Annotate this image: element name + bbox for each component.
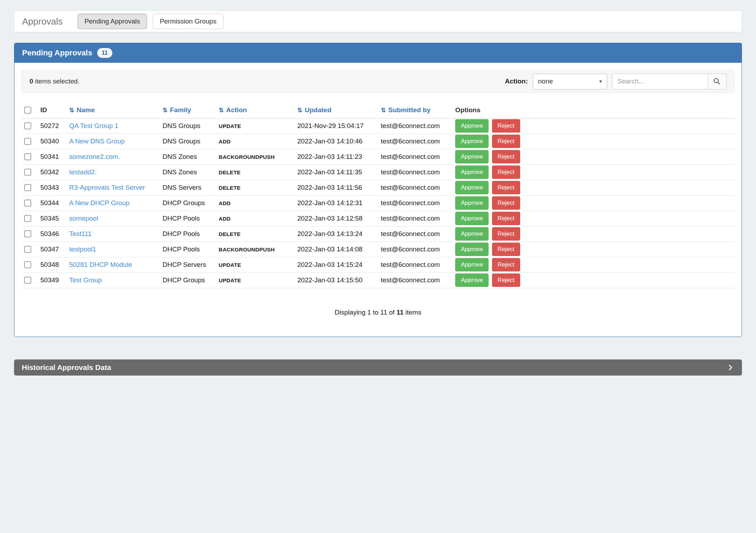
reject-button[interactable]: Reject <box>492 274 520 287</box>
column-label: Family <box>170 106 191 114</box>
approve-button[interactable]: Approve <box>455 243 489 256</box>
row-action-cell: ADD <box>216 134 294 149</box>
row-options-cell: Approve Reject <box>452 134 735 149</box>
approve-button[interactable]: Approve <box>455 135 489 148</box>
tab-pending-approvals[interactable]: Pending Approvals <box>78 14 147 29</box>
action-select[interactable]: none ▾ <box>533 74 607 89</box>
reject-button[interactable]: Reject <box>492 150 520 163</box>
row-checkbox[interactable] <box>24 122 31 129</box>
action-select-value: none <box>538 77 553 85</box>
approvals-table: ID ⇅Name ⇅Family ⇅Action ⇅Updated ⇅Submi… <box>21 102 735 288</box>
row-family: DNS Zones <box>160 149 216 164</box>
row-checkbox[interactable] <box>24 138 31 145</box>
row-submitted-by: test@6connect.com <box>378 164 452 180</box>
row-name-link[interactable]: testpool1 <box>69 245 96 253</box>
row-options-cell: Approve Reject <box>452 118 735 134</box>
approve-button[interactable]: Approve <box>455 227 489 241</box>
row-name-link[interactable]: R3-Approvals Test Server <box>69 184 145 191</box>
row-name-cell: somepool <box>66 211 160 226</box>
row-action-cell: ADD <box>216 211 294 226</box>
row-action-cell: UPDATE <box>216 118 294 134</box>
row-family: DHCP Servers <box>160 257 216 272</box>
selected-label: items selected. <box>33 77 80 85</box>
toolbar: 0 items selected. Action: none ▾ <box>21 70 735 93</box>
column-header-action[interactable]: ⇅Action <box>216 102 294 118</box>
row-id: 50346 <box>38 226 66 242</box>
select-all-checkbox[interactable] <box>24 107 31 114</box>
reject-button[interactable]: Reject <box>492 212 520 225</box>
row-name-link[interactable]: Test Group <box>69 276 102 284</box>
reject-button[interactable]: Reject <box>492 243 520 256</box>
search-input[interactable] <box>612 74 708 89</box>
approve-button[interactable]: Approve <box>455 212 489 225</box>
reject-button[interactable]: Reject <box>492 196 520 210</box>
reject-button[interactable]: Reject <box>492 119 520 133</box>
row-checkbox-cell <box>21 118 38 134</box>
row-id: 50344 <box>38 195 66 211</box>
row-checkbox[interactable] <box>24 169 31 176</box>
row-name-link[interactable]: Test111 <box>69 230 92 237</box>
row-checkbox[interactable] <box>24 200 31 207</box>
row-name-link[interactable]: QA Test Group 1 <box>69 122 118 129</box>
row-id: 50340 <box>38 134 66 149</box>
row-checkbox[interactable] <box>24 261 31 268</box>
reject-button[interactable]: Reject <box>492 227 520 241</box>
row-options-cell: Approve Reject <box>452 149 735 164</box>
row-checkbox[interactable] <box>24 277 31 284</box>
row-submitted-by: test@6connect.com <box>378 242 452 257</box>
sort-icon: ⇅ <box>69 107 74 114</box>
row-name-cell: somezone2.com. <box>66 149 160 164</box>
row-checkbox[interactable] <box>24 184 31 191</box>
row-checkbox[interactable] <box>24 153 31 160</box>
row-checkbox[interactable] <box>24 246 31 253</box>
reject-button[interactable]: Reject <box>492 258 520 271</box>
pagination-total: 11 <box>397 309 404 316</box>
row-name-link[interactable]: somepool <box>69 215 98 222</box>
approve-button[interactable]: Approve <box>455 166 489 179</box>
row-name-cell: testadd2. <box>66 164 160 180</box>
row-name-cell: A New DHCP Group <box>66 195 160 211</box>
row-updated: 2022-Jan-03 14:15:50 <box>294 272 378 288</box>
approve-button[interactable]: Approve <box>455 274 489 287</box>
row-name-link[interactable]: somezone2.com. <box>69 153 120 160</box>
column-header-checkbox <box>21 102 38 118</box>
reject-button[interactable]: Reject <box>492 166 520 179</box>
row-name-cell: testpool1 <box>66 242 160 257</box>
row-action-cell: DELETE <box>216 164 294 180</box>
row-checkbox-cell <box>21 180 38 195</box>
row-action: ADD <box>219 216 231 222</box>
row-name-link[interactable]: 50281 DHCP Module <box>69 261 132 268</box>
reject-button[interactable]: Reject <box>492 135 520 148</box>
row-name-link[interactable]: testadd2. <box>69 168 97 176</box>
sort-icon: ⇅ <box>297 107 302 114</box>
row-id: 50348 <box>38 257 66 272</box>
row-name-link[interactable]: A New DNS Group <box>69 137 125 145</box>
row-id: 50342 <box>38 164 66 180</box>
row-checkbox[interactable] <box>24 230 31 237</box>
pagination-suffix: items <box>404 309 422 316</box>
column-header-name[interactable]: ⇅Name <box>66 102 160 118</box>
row-name-link[interactable]: A New DHCP Group <box>69 199 130 207</box>
tab-permission-groups[interactable]: Permission Groups <box>153 14 224 29</box>
column-header-updated[interactable]: ⇅Updated <box>294 102 378 118</box>
pagination-summary: Displaying 1 to 11 of 11 items <box>14 309 742 316</box>
approve-button[interactable]: Approve <box>455 181 489 194</box>
row-action-cell: DELETE <box>216 180 294 195</box>
table-row: 50340 A New DNS Group DNS Groups ADD 202… <box>21 134 735 149</box>
column-header-family[interactable]: ⇅Family <box>160 102 216 118</box>
table-row: 50341 somezone2.com. DNS Zones BACKGROUN… <box>21 149 735 164</box>
row-checkbox[interactable] <box>24 215 31 222</box>
sort-icon: ⇅ <box>163 107 167 114</box>
reject-button[interactable]: Reject <box>492 181 520 194</box>
search-button[interactable] <box>708 74 727 89</box>
approve-button[interactable]: Approve <box>455 196 489 210</box>
row-updated: 2022-Jan-03 14:12:58 <box>294 211 378 226</box>
table-row: 50343 R3-Approvals Test Server DNS Serve… <box>21 180 735 195</box>
column-label: Submitted by <box>388 106 430 114</box>
approve-button[interactable]: Approve <box>455 258 489 271</box>
row-options-cell: Approve Reject <box>452 211 735 226</box>
approve-button[interactable]: Approve <box>455 150 489 163</box>
column-header-submitted-by[interactable]: ⇅Submitted by <box>378 102 452 118</box>
historical-approvals-bar[interactable]: Historical Approvals Data <box>14 359 742 376</box>
approve-button[interactable]: Approve <box>455 119 489 133</box>
